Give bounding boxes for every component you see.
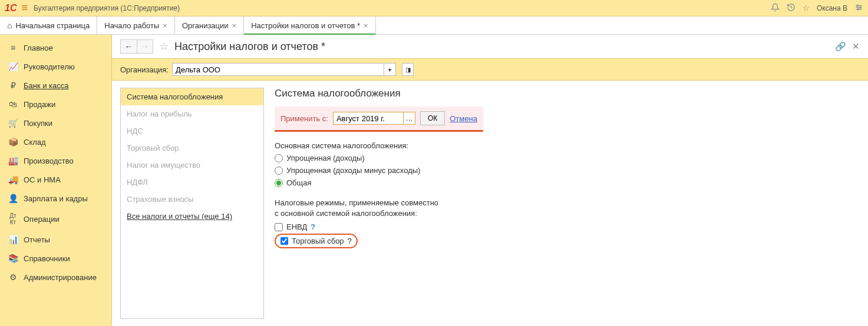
checkbox-label: Торговый сбор (292, 237, 344, 245)
star-icon[interactable]: ☆ (803, 4, 810, 12)
settings-form: Система налогообложения Применить с: … О… (271, 88, 860, 319)
radio-input[interactable] (275, 154, 283, 162)
cart-icon: 🛒 (8, 118, 18, 128)
apply-date-input[interactable] (333, 112, 404, 125)
page-title: Настройки налогов и отчетов * (174, 41, 829, 53)
sidebar-item-label: Производство (24, 157, 74, 165)
app-title: Бухгалтерия предприятия (1С:Предприятие) (34, 4, 771, 12)
truck-icon: 🚚 (8, 175, 18, 184)
hamburger-icon[interactable]: ≡ (21, 2, 28, 14)
tab-start[interactable]: Начало работы × (97, 16, 175, 34)
svg-point-5 (857, 8, 859, 10)
radio-simplified-income[interactable]: Упрощенная (доходы) (275, 154, 856, 162)
apply-ok-button[interactable]: ОК (420, 111, 445, 125)
menu-icon: ≡ (8, 43, 18, 52)
person-icon: 👤 (8, 194, 18, 203)
sidebar-item-label: Покупки (24, 119, 52, 128)
sidebar-item-label: Главное (24, 44, 53, 52)
radio-input[interactable] (275, 179, 283, 187)
nav-back-button[interactable]: ← (120, 39, 137, 54)
checkbox-input[interactable] (280, 237, 288, 245)
sidebar-item-reports[interactable]: 📊Отчеты (0, 230, 111, 249)
factory-icon: 🏭 (8, 156, 18, 165)
nav-insurance[interactable]: Страховые взносы (121, 191, 263, 208)
tab-label: Начало работы (104, 21, 159, 30)
close-icon[interactable]: × (163, 21, 167, 30)
sidebar-item-purchases[interactable]: 🛒Покупки (0, 114, 111, 132)
user-name[interactable]: Оксана В (817, 4, 847, 12)
sidebar-item-admin[interactable]: ⚙Администрирование (0, 268, 111, 287)
settings-icon[interactable] (854, 3, 863, 14)
sidebar-item-warehouse[interactable]: 📦Склад (0, 132, 111, 151)
form-heading: Система налогообложения (275, 88, 856, 99)
org-dropdown-icon[interactable]: ▾ (384, 63, 396, 76)
tab-bar: ⌂ Начальная страница Начало работы × Орг… (0, 16, 868, 35)
organization-bar: Организация: ▾ ◨ (112, 58, 868, 81)
ruble-icon: ₽ (8, 81, 18, 90)
close-icon[interactable]: × (364, 21, 368, 30)
history-icon[interactable] (787, 3, 796, 14)
tab-organizations[interactable]: Организации × (175, 16, 244, 34)
radio-general[interactable]: Общая (275, 178, 856, 187)
sidebar-item-main[interactable]: ≡Главное (0, 38, 111, 57)
sidebar-item-label: Склад (24, 138, 46, 147)
nav-trade-fee[interactable]: Торговый сбор (121, 139, 263, 157)
apply-label: Применить с: (280, 114, 328, 123)
sidebar-item-label: Руководителю (24, 62, 75, 71)
svg-point-3 (857, 5, 859, 6)
nav-ndfl[interactable]: НДФЛ (121, 174, 263, 191)
radio-input[interactable] (275, 167, 283, 175)
checkbox-label: ЕНВД (286, 222, 307, 231)
close-icon[interactable]: × (232, 21, 237, 30)
date-picker-icon[interactable]: … (404, 112, 415, 125)
home-icon: ⌂ (7, 21, 12, 30)
sidebar-item-operations[interactable]: ДтКтОперации (0, 208, 111, 230)
book-icon: 📚 (8, 254, 18, 263)
sidebar-item-label: Справочники (24, 254, 70, 263)
checkbox-input[interactable] (275, 223, 283, 231)
org-popout-icon[interactable]: ◨ (402, 63, 414, 76)
radio-simplified-income-expense[interactable]: Упрощенная (доходы минус расходы) (275, 166, 856, 175)
tab-home-label: Начальная страница (15, 21, 90, 30)
sidebar-item-label: Банк и касса (24, 81, 69, 90)
tab-label: Настройки налогов и отчетов * (251, 21, 360, 30)
sidebar-item-refs[interactable]: 📚Справочники (0, 249, 111, 268)
sidebar-item-sales[interactable]: 🛍Продажи (0, 95, 111, 114)
sidebar-item-production[interactable]: 🏭Производство (0, 151, 111, 170)
tab-home[interactable]: ⌂ Начальная страница (0, 16, 97, 34)
app-logo: 1C (5, 3, 16, 14)
sidebar: ≡Главное 📈Руководителю ₽Банк и касса 🛍Пр… (0, 35, 112, 326)
tab-label: Организации (182, 21, 229, 30)
radio-label: Упрощенная (доходы минус расходы) (286, 166, 420, 175)
help-icon[interactable]: ? (348, 237, 352, 245)
link-icon[interactable]: 🔗 (835, 41, 846, 52)
nav-property-tax[interactable]: Налог на имущество (121, 157, 263, 174)
sidebar-item-payroll[interactable]: 👤Зарплата и кадры (0, 189, 111, 208)
tab-tax-settings[interactable]: Настройки налогов и отчетов * × (244, 16, 375, 34)
org-input[interactable] (172, 63, 384, 76)
favorite-star-icon[interactable]: ☆ (159, 40, 169, 53)
sidebar-item-assets[interactable]: 🚚ОС и НМА (0, 170, 111, 189)
title-bar: 1C ≡ Бухгалтерия предприятия (1С:Предпри… (0, 0, 868, 16)
nav-tax-system[interactable]: Система налогообложения (121, 88, 263, 105)
bell-icon[interactable] (771, 3, 780, 14)
sidebar-item-label: Операции (24, 215, 60, 224)
radio-label: Общая (286, 178, 312, 187)
check-envd[interactable]: ЕНВД ? (275, 222, 856, 231)
nav-all-taxes-link[interactable]: Все налоги и отчеты (еще 14) (121, 208, 263, 225)
nav-profit-tax[interactable]: Налог на прибыль (121, 105, 263, 122)
sidebar-item-manager[interactable]: 📈Руководителю (0, 57, 111, 76)
close-page-icon[interactable]: ✕ (852, 41, 860, 52)
check-trade-fee-highlight: Торговый сбор ? (275, 234, 358, 248)
bars-icon: 📊 (8, 235, 18, 244)
svg-point-4 (860, 6, 862, 8)
apply-cancel-link[interactable]: Отмена (450, 114, 477, 123)
nav-forward-button[interactable]: → (137, 39, 153, 54)
help-icon[interactable]: ? (311, 222, 315, 231)
sidebar-item-label: Администрирование (24, 273, 97, 282)
sidebar-item-label: Отчеты (24, 235, 50, 244)
sidebar-item-bank[interactable]: ₽Банк и касса (0, 76, 111, 95)
chart-icon: 📈 (8, 62, 18, 71)
settings-nav-panel: Система налогообложения Налог на прибыль… (120, 88, 264, 319)
nav-vat[interactable]: НДС (121, 122, 263, 139)
